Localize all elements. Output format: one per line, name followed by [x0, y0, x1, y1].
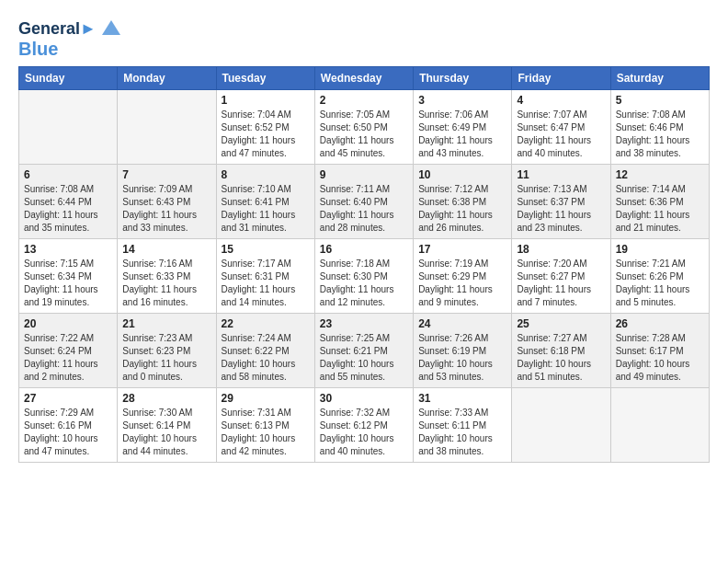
- day-info: Sunrise: 7:16 AM Sunset: 6:33 PM Dayligh…: [122, 258, 210, 309]
- calendar-cell: 17Sunrise: 7:19 AM Sunset: 6:29 PM Dayli…: [414, 239, 512, 314]
- day-info: Sunrise: 7:25 AM Sunset: 6:21 PM Dayligh…: [320, 332, 408, 384]
- calendar-cell: 1Sunrise: 7:04 AM Sunset: 6:52 PM Daylig…: [216, 90, 314, 165]
- day-number: 26: [616, 317, 704, 330]
- calendar-week-row: 27Sunrise: 7:29 AM Sunset: 6:16 PM Dayli…: [19, 388, 710, 463]
- calendar-page: General► Blue SundayMondayTuesdayWednesd…: [0, 0, 728, 563]
- day-number: 2: [320, 94, 408, 107]
- day-number: 27: [24, 392, 112, 405]
- day-number: 23: [320, 317, 408, 330]
- day-info: Sunrise: 7:26 AM Sunset: 6:19 PM Dayligh…: [418, 332, 506, 384]
- calendar-cell: 14Sunrise: 7:16 AM Sunset: 6:33 PM Dayli…: [118, 239, 216, 314]
- calendar-cell: 15Sunrise: 7:17 AM Sunset: 6:31 PM Dayli…: [216, 239, 314, 314]
- calendar-cell: 11Sunrise: 7:13 AM Sunset: 6:37 PM Dayli…: [512, 165, 610, 239]
- weekday-header-monday: Monday: [118, 67, 216, 90]
- calendar-cell: 25Sunrise: 7:27 AM Sunset: 6:18 PM Dayli…: [512, 314, 610, 388]
- day-number: 9: [320, 168, 408, 181]
- calendar-table: SundayMondayTuesdayWednesdayThursdayFrid…: [18, 66, 710, 463]
- day-number: 12: [616, 168, 704, 181]
- day-info: Sunrise: 7:20 AM Sunset: 6:27 PM Dayligh…: [517, 258, 605, 309]
- day-info: Sunrise: 7:27 AM Sunset: 6:18 PM Dayligh…: [517, 332, 605, 384]
- calendar-cell: 12Sunrise: 7:14 AM Sunset: 6:36 PM Dayli…: [610, 165, 709, 239]
- weekday-header-sunday: Sunday: [19, 67, 118, 90]
- day-number: 5: [616, 94, 704, 107]
- calendar-cell: 29Sunrise: 7:31 AM Sunset: 6:13 PM Dayli…: [216, 388, 314, 463]
- day-info: Sunrise: 7:21 AM Sunset: 6:26 PM Dayligh…: [616, 258, 704, 309]
- calendar-week-row: 20Sunrise: 7:22 AM Sunset: 6:24 PM Dayli…: [19, 314, 710, 388]
- day-info: Sunrise: 7:30 AM Sunset: 6:14 PM Dayligh…: [122, 407, 210, 458]
- day-number: 30: [320, 392, 408, 405]
- day-info: Sunrise: 7:31 AM Sunset: 6:13 PM Dayligh…: [222, 407, 310, 458]
- calendar-cell: 7Sunrise: 7:09 AM Sunset: 6:43 PM Daylig…: [118, 165, 216, 239]
- day-info: Sunrise: 7:13 AM Sunset: 6:37 PM Dayligh…: [517, 183, 605, 235]
- day-info: Sunrise: 7:22 AM Sunset: 6:24 PM Dayligh…: [24, 332, 112, 384]
- calendar-cell: 26Sunrise: 7:28 AM Sunset: 6:17 PM Dayli…: [610, 314, 709, 388]
- calendar-week-row: 13Sunrise: 7:15 AM Sunset: 6:34 PM Dayli…: [19, 239, 710, 314]
- calendar-cell: 8Sunrise: 7:10 AM Sunset: 6:41 PM Daylig…: [216, 165, 314, 239]
- day-info: Sunrise: 7:32 AM Sunset: 6:12 PM Dayligh…: [320, 407, 408, 458]
- day-number: 19: [616, 243, 704, 256]
- day-info: Sunrise: 7:08 AM Sunset: 6:46 PM Dayligh…: [616, 109, 704, 160]
- calendar-cell: 21Sunrise: 7:23 AM Sunset: 6:23 PM Dayli…: [118, 314, 216, 388]
- header: General► Blue: [18, 17, 710, 59]
- day-number: 10: [418, 168, 506, 181]
- day-number: 20: [24, 317, 112, 330]
- day-number: 29: [222, 392, 310, 405]
- day-number: 6: [24, 168, 112, 181]
- day-number: 8: [222, 168, 310, 181]
- day-number: 3: [418, 94, 506, 107]
- calendar-cell: 16Sunrise: 7:18 AM Sunset: 6:30 PM Dayli…: [314, 239, 413, 314]
- day-number: 17: [418, 243, 506, 256]
- day-info: Sunrise: 7:14 AM Sunset: 6:36 PM Dayligh…: [616, 183, 704, 235]
- day-number: 11: [517, 168, 605, 181]
- calendar-cell: 27Sunrise: 7:29 AM Sunset: 6:16 PM Dayli…: [19, 388, 118, 463]
- calendar-cell: 5Sunrise: 7:08 AM Sunset: 6:46 PM Daylig…: [610, 90, 709, 165]
- calendar-cell: 6Sunrise: 7:08 AM Sunset: 6:44 PM Daylig…: [19, 165, 118, 239]
- day-number: 28: [122, 392, 210, 405]
- day-info: Sunrise: 7:33 AM Sunset: 6:11 PM Dayligh…: [418, 407, 506, 458]
- day-info: Sunrise: 7:15 AM Sunset: 6:34 PM Dayligh…: [24, 258, 112, 309]
- day-info: Sunrise: 7:12 AM Sunset: 6:38 PM Dayligh…: [418, 183, 506, 235]
- day-info: Sunrise: 7:06 AM Sunset: 6:49 PM Dayligh…: [418, 109, 506, 160]
- day-number: 7: [122, 168, 210, 181]
- svg-marker-0: [102, 20, 120, 35]
- weekday-header-tuesday: Tuesday: [216, 67, 314, 90]
- day-info: Sunrise: 7:04 AM Sunset: 6:52 PM Dayligh…: [222, 109, 310, 160]
- calendar-cell: 31Sunrise: 7:33 AM Sunset: 6:11 PM Dayli…: [414, 388, 512, 463]
- calendar-cell: 3Sunrise: 7:06 AM Sunset: 6:49 PM Daylig…: [414, 90, 512, 165]
- weekday-header-thursday: Thursday: [414, 67, 512, 90]
- weekday-header-friday: Friday: [512, 67, 610, 90]
- day-info: Sunrise: 7:10 AM Sunset: 6:41 PM Dayligh…: [222, 183, 310, 235]
- logo-text: General►: [18, 20, 97, 39]
- calendar-cell: 2Sunrise: 7:05 AM Sunset: 6:50 PM Daylig…: [314, 90, 413, 165]
- day-info: Sunrise: 7:05 AM Sunset: 6:50 PM Dayligh…: [320, 109, 408, 160]
- day-number: 31: [418, 392, 506, 405]
- calendar-cell: 20Sunrise: 7:22 AM Sunset: 6:24 PM Dayli…: [19, 314, 118, 388]
- calendar-cell: [512, 388, 610, 463]
- calendar-cell: 13Sunrise: 7:15 AM Sunset: 6:34 PM Dayli…: [19, 239, 118, 314]
- calendar-cell: 19Sunrise: 7:21 AM Sunset: 6:26 PM Dayli…: [610, 239, 709, 314]
- day-number: 18: [517, 243, 605, 256]
- weekday-header-saturday: Saturday: [610, 67, 709, 90]
- calendar-cell: [610, 388, 709, 463]
- day-info: Sunrise: 7:23 AM Sunset: 6:23 PM Dayligh…: [122, 332, 210, 384]
- day-number: 13: [24, 243, 112, 256]
- logo-icon: [98, 17, 124, 42]
- day-number: 24: [418, 317, 506, 330]
- day-info: Sunrise: 7:07 AM Sunset: 6:47 PM Dayligh…: [517, 109, 605, 160]
- day-info: Sunrise: 7:08 AM Sunset: 6:44 PM Dayligh…: [24, 183, 112, 235]
- day-number: 14: [122, 243, 210, 256]
- calendar-cell: 9Sunrise: 7:11 AM Sunset: 6:40 PM Daylig…: [314, 165, 413, 239]
- day-number: 1: [222, 94, 310, 107]
- logo: General► Blue: [18, 17, 124, 59]
- calendar-cell: 28Sunrise: 7:30 AM Sunset: 6:14 PM Dayli…: [118, 388, 216, 463]
- day-number: 15: [222, 243, 310, 256]
- calendar-body: 1Sunrise: 7:04 AM Sunset: 6:52 PM Daylig…: [19, 90, 710, 463]
- calendar-cell: 18Sunrise: 7:20 AM Sunset: 6:27 PM Dayli…: [512, 239, 610, 314]
- calendar-header-row: SundayMondayTuesdayWednesdayThursdayFrid…: [19, 67, 710, 90]
- day-info: Sunrise: 7:19 AM Sunset: 6:29 PM Dayligh…: [418, 258, 506, 309]
- calendar-week-row: 6Sunrise: 7:08 AM Sunset: 6:44 PM Daylig…: [19, 165, 710, 239]
- day-info: Sunrise: 7:09 AM Sunset: 6:43 PM Dayligh…: [122, 183, 210, 235]
- day-info: Sunrise: 7:17 AM Sunset: 6:31 PM Dayligh…: [222, 258, 310, 309]
- day-info: Sunrise: 7:29 AM Sunset: 6:16 PM Dayligh…: [24, 407, 112, 458]
- day-number: 21: [122, 317, 210, 330]
